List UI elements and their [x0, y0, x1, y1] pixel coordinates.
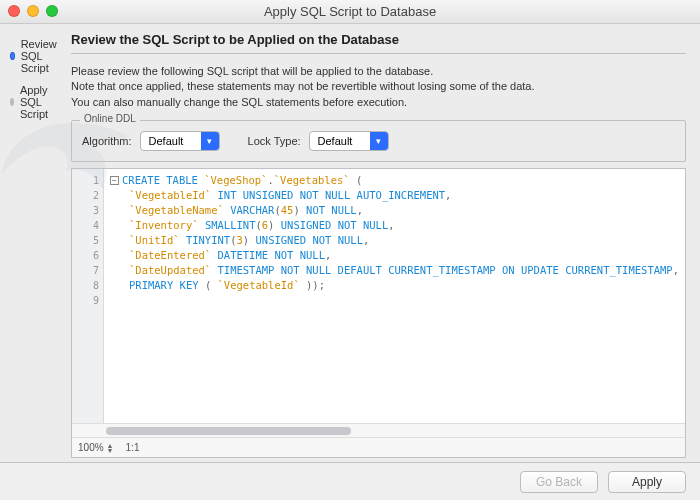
- step-bullet-icon: [10, 98, 14, 106]
- step-review[interactable]: Review SQL Script: [10, 38, 61, 74]
- close-icon[interactable]: [8, 5, 20, 17]
- ddl-legend: Online DDL: [80, 113, 140, 124]
- page-title: Review the SQL Script to be Applied on t…: [71, 32, 686, 54]
- chevron-updown-icon: ▾: [370, 132, 388, 150]
- description: Please review the following SQL script t…: [71, 64, 686, 110]
- lock-type-select[interactable]: Default ▾: [309, 131, 389, 151]
- step-apply[interactable]: Apply SQL Script: [10, 84, 61, 120]
- title-bar: Apply SQL Script to Database: [0, 0, 700, 24]
- line-number-gutter: 123456789: [72, 169, 104, 423]
- step-label: Review SQL Script: [21, 38, 61, 74]
- algorithm-label: Algorithm:: [82, 135, 132, 147]
- footer: Go Back Apply: [0, 462, 700, 500]
- zoom-ratio: 1:1: [126, 442, 140, 453]
- algorithm-value: Default: [141, 135, 201, 147]
- zoom-icon[interactable]: [46, 5, 58, 17]
- code-area[interactable]: −CREATE TABLE `VegeShop`.`Vegetables` ( …: [104, 169, 685, 423]
- window-controls: [8, 5, 58, 17]
- main-panel: Review the SQL Script to be Applied on t…: [71, 24, 700, 462]
- sidebar: Review SQL Script Apply SQL Script: [0, 24, 71, 462]
- horizontal-scrollbar[interactable]: [72, 423, 685, 437]
- lock-type-label: Lock Type:: [248, 135, 301, 147]
- desc-line: You can also manually change the SQL sta…: [71, 95, 686, 110]
- step-label: Apply SQL Script: [20, 84, 61, 120]
- desc-line: Please review the following SQL script t…: [71, 64, 686, 79]
- window-title: Apply SQL Script to Database: [264, 4, 436, 19]
- desc-line: Note that once applied, these statements…: [71, 79, 686, 94]
- sql-editor[interactable]: 123456789 −CREATE TABLE `VegeShop`.`Vege…: [71, 168, 686, 458]
- apply-button[interactable]: Apply: [608, 471, 686, 493]
- minimize-icon[interactable]: [27, 5, 39, 17]
- zoom-stepper[interactable]: ▲▼: [107, 443, 114, 453]
- chevron-updown-icon: ▾: [201, 132, 219, 150]
- lock-type-value: Default: [310, 135, 370, 147]
- zoom-level: 100%: [78, 442, 104, 453]
- go-back-button: Go Back: [520, 471, 598, 493]
- step-bullet-active-icon: [10, 52, 15, 60]
- algorithm-select[interactable]: Default ▾: [140, 131, 220, 151]
- editor-statusbar: 100% ▲▼ 1:1: [72, 437, 685, 457]
- online-ddl-group: Online DDL Algorithm: Default ▾ Lock Typ…: [71, 120, 686, 162]
- scrollbar-thumb[interactable]: [106, 427, 351, 435]
